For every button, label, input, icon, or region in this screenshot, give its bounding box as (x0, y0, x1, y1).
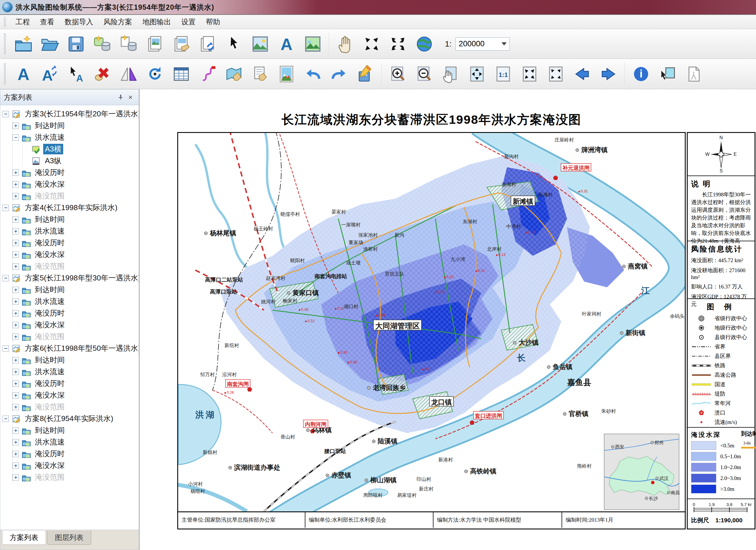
font-large-button[interactable]: A (10, 61, 37, 87)
zoom-in-button[interactable] (385, 61, 411, 87)
tree-item-label[interactable]: 方案3(长江1954年型20年一遇洪水) (23, 109, 139, 119)
tree-item-label[interactable]: 淹没历时 (33, 449, 66, 459)
menu-item-3[interactable]: 风险方案 (98, 16, 137, 28)
new-project-button[interactable] (10, 31, 37, 57)
tree-item-label[interactable]: 到达时间 (33, 120, 66, 131)
tree-item[interactable]: −洪水流速 (13, 131, 139, 143)
tree-item[interactable]: −方案8(长江954年实际洪水) (3, 413, 139, 425)
tree-item[interactable]: +洪水流速 (13, 436, 139, 448)
expand-icon[interactable]: + (13, 427, 19, 434)
tree-item[interactable]: +淹没历时 (13, 167, 139, 178)
export-database-button[interactable] (116, 31, 142, 57)
font-refresh-button[interactable]: A (37, 61, 63, 87)
expand-icon[interactable]: + (13, 263, 19, 270)
redo-button[interactable] (326, 61, 352, 87)
tree-item-label[interactable]: 方案5(长江1998年型30年一遇洪水) (23, 273, 139, 283)
tree-item-label[interactable]: 淹没范围 (33, 402, 66, 412)
info-button[interactable]: i (628, 61, 654, 87)
collapse-icon[interactable]: − (3, 345, 9, 352)
expand-icon[interactable]: + (13, 240, 19, 246)
tree-item-label[interactable]: 洪水流速 (33, 132, 66, 143)
tree-item[interactable]: +淹没范围 (13, 401, 139, 413)
tree-item-label[interactable]: 淹没水深 (33, 320, 66, 330)
tree-item[interactable]: +淹没水深 (13, 460, 139, 471)
draw-polyline-button[interactable] (194, 61, 221, 87)
tree-item[interactable]: +洪水流速 (13, 366, 139, 378)
tree-item[interactable]: −方案5(长江1998年型30年一遇洪水) (3, 272, 139, 284)
scale-combobox[interactable]: 200000 (455, 37, 510, 51)
menu-item-2[interactable]: 数据导入 (59, 16, 98, 28)
select-map-element-button[interactable] (221, 61, 247, 87)
tree-item-label[interactable]: 淹没水深 (33, 249, 66, 260)
tree-item-label[interactable]: 方案6(长江1998年型50年一遇洪水) (23, 343, 139, 354)
menu-item-6[interactable]: 帮助 (201, 16, 225, 28)
expand-icon[interactable]: + (13, 369, 19, 375)
expand-icon[interactable]: + (13, 322, 19, 328)
pan-tool-button[interactable] (332, 31, 359, 57)
tree-item-label[interactable]: 到达时间 (33, 425, 66, 436)
expand-icon[interactable]: + (13, 451, 19, 457)
tree-item-label[interactable]: 淹没水深 (33, 460, 66, 471)
zoom-out-page-button[interactable] (543, 61, 569, 87)
expand-icon[interactable]: + (13, 334, 19, 340)
expand-icon[interactable]: + (13, 463, 19, 469)
insert-picture-button[interactable] (273, 61, 300, 87)
tree-item[interactable]: +到达时间 (13, 120, 139, 131)
fit-page-button[interactable] (464, 61, 490, 87)
panel-tab-0[interactable]: 方案列表 (2, 531, 46, 545)
collapse-icon[interactable]: − (3, 416, 9, 422)
tree-item-label[interactable]: 淹没水深 (33, 179, 66, 190)
collapse-icon[interactable]: − (13, 134, 19, 141)
select-tool-button[interactable] (221, 31, 247, 57)
expand-icon[interactable]: + (13, 216, 19, 223)
close-icon[interactable]: × (126, 92, 135, 102)
undo-button[interactable] (300, 61, 326, 87)
tree-item[interactable]: +淹没水深 (13, 178, 139, 190)
copy-map-button[interactable] (142, 31, 168, 57)
forward-view-button[interactable] (595, 61, 622, 87)
tree-item-label[interactable]: 淹没历时 (33, 308, 66, 318)
menu-item-1[interactable]: 查看 (35, 16, 59, 28)
expand-icon[interactable]: + (13, 252, 19, 258)
flip-element-button[interactable] (116, 61, 142, 87)
tree-item[interactable]: +淹没历时 (13, 307, 139, 319)
tree-item[interactable]: +淹没历时 (13, 448, 139, 460)
collapse-icon[interactable]: − (3, 275, 9, 281)
panel-tab-1[interactable]: 图层列表 (47, 531, 91, 545)
tree-item[interactable]: +到达时间 (13, 284, 139, 296)
tree-item-label[interactable]: 淹没范围 (33, 191, 66, 201)
tree-item-label[interactable]: 到达时间 (33, 284, 66, 295)
tree-item[interactable]: +淹没水深 (13, 389, 139, 401)
clear-page-button[interactable] (681, 61, 707, 87)
select-page-element-button[interactable] (247, 61, 273, 87)
expand-icon[interactable]: + (13, 181, 19, 188)
tree-item[interactable]: −方案4(长江1998年实际洪水) (3, 202, 139, 214)
back-view-button[interactable] (569, 61, 595, 87)
tree-item-label[interactable]: 洪水流速 (33, 226, 66, 236)
delete-element-button[interactable] (89, 61, 116, 87)
tree-item-label[interactable]: 到达时间 (33, 355, 66, 365)
actual-size-button[interactable]: 1:1 (490, 61, 516, 87)
open-project-button[interactable] (37, 31, 63, 57)
expand-icon[interactable]: + (13, 474, 19, 481)
tree-item-label[interactable]: 洪水流速 (33, 366, 66, 377)
pin-icon[interactable] (116, 92, 126, 102)
full-extent-globe-button[interactable] (411, 31, 437, 57)
tree-item[interactable]: +淹没历时 (13, 237, 139, 249)
tree-item-label[interactable]: 到达时间 (33, 214, 66, 225)
tree-item[interactable]: +淹没历时 (13, 378, 139, 389)
save-edits-button[interactable] (352, 61, 379, 87)
tree-item-label[interactable]: 淹没历时 (33, 167, 66, 178)
chevron-down-icon[interactable] (502, 42, 507, 45)
tree-item-label[interactable]: 淹没范围 (33, 261, 66, 272)
tree-item[interactable]: +洪水流速 (13, 225, 139, 237)
zoom-in-center-button[interactable] (359, 31, 385, 57)
tree-item[interactable]: +淹没范围 (13, 260, 139, 272)
tree-item[interactable]: +到达时间 (13, 354, 139, 366)
insert-map-button[interactable] (300, 31, 326, 57)
map-canvas[interactable]: 长江流域洪湖东分块蓄滞洪区1998年洪水方案淹没图 (140, 89, 756, 550)
expand-icon[interactable]: + (13, 380, 19, 387)
tree-item[interactable]: +淹没范围 (13, 471, 139, 483)
expand-icon[interactable]: + (13, 439, 19, 445)
tree-item[interactable]: A3横 (23, 143, 139, 155)
